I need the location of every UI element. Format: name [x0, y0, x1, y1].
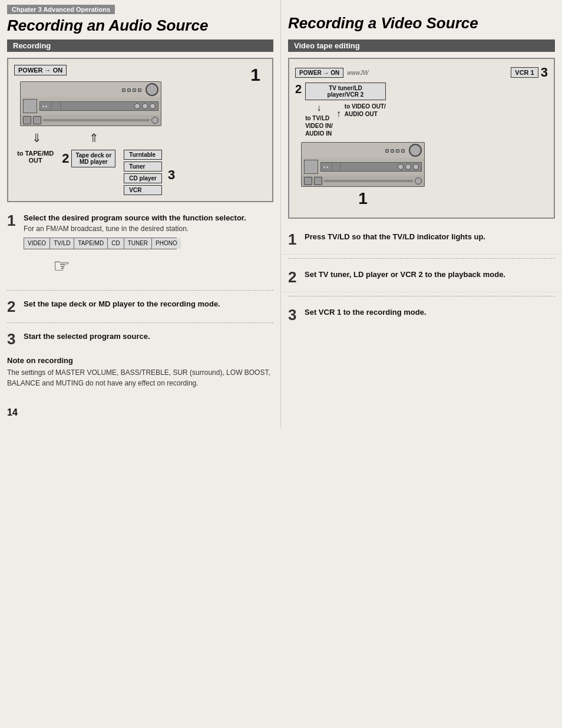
left-content: Recording 1 POWER → ON: [0, 39, 281, 427]
step1-num: 1: [7, 213, 19, 228]
right-divider2: [288, 296, 555, 297]
up-arrow2-icon: ↑: [336, 108, 341, 119]
right-step2-bold: Set TV tuner, LD player or VCR 2 to the …: [305, 270, 505, 279]
step1-label: 1: [250, 65, 260, 85]
step2-num: 2: [7, 299, 19, 314]
right-divider1: [288, 258, 555, 259]
btn-phono[interactable]: PHONO: [152, 238, 181, 249]
right-step2-num: 2: [288, 269, 300, 285]
btn-tuner[interactable]: TUNER: [124, 238, 152, 249]
right-step1-bottom: 1: [358, 189, 368, 207]
right-diagram-inner: POWER → ON wwwJW VCR 1 3 2: [295, 65, 548, 208]
note-section: Note on recording The settings of MASTER…: [0, 351, 280, 398]
right-title: Recording a Video Source: [281, 12, 562, 37]
left-step-2: 2 Set the tape deck or MD player to the …: [0, 294, 280, 319]
note-title: Note on recording: [7, 356, 273, 365]
right-step3-text: Set VCR 1 to the recording mode.: [305, 307, 427, 318]
btn-tvld[interactable]: TV/LD: [50, 238, 74, 249]
left-diagram-box: 1 POWER → ON: [7, 58, 273, 202]
step2-bold: Set the tape deck or MD player to the re…: [24, 299, 220, 308]
btn-tapemd[interactable]: TAPE/MD: [74, 238, 108, 249]
step1-sub: For an FM/AM broadcast, tune in the desi…: [24, 225, 189, 233]
divider1: [7, 290, 273, 291]
up-arrow-icon: ⇑: [89, 131, 99, 145]
right-step-1: 1 Press TV/LD so that the TV/LD indicato…: [288, 228, 555, 251]
right-step1-bold: Press TV/LD so that the TV/LD indicator …: [305, 232, 485, 241]
down-arrow2-icon: ↓: [316, 103, 321, 113]
step3-bold: Start the selected program source.: [24, 332, 150, 341]
left-section-bar: Recording: [7, 39, 273, 52]
right-step-2: 2 Set TV tuner, LD player or VCR 2 to th…: [288, 266, 555, 288]
btn-cd[interactable]: CD: [108, 238, 124, 249]
turntable-box: Turntable: [124, 150, 162, 160]
wave-symbol: wwwJW: [347, 70, 368, 76]
tape-md-label: to TAPE/MDOUT: [17, 150, 54, 164]
header-columns: Chpater 3 Advanced Operations Recording …: [0, 0, 562, 39]
right-column: Recording a Video Source: [281, 0, 562, 39]
power-on-label: POWER → ON: [14, 65, 67, 75]
cd-box: CD player: [124, 173, 162, 183]
step1-text: Select the desired program source with t…: [24, 213, 246, 282]
right-diagram-box: POWER → ON wwwJW VCR 1 3 2: [288, 58, 555, 219]
right-step3-bold: Set VCR 1 to the recording mode.: [305, 308, 427, 317]
right-power-label: POWER → ON: [295, 68, 343, 78]
note-text: The settings of MASTER VOLUME, BASS/TREB…: [7, 367, 273, 388]
to-video-label: to VIDEO OUT/AUDIO OUT: [345, 103, 386, 118]
main-columns: Recording 1 POWER → ON: [0, 39, 562, 427]
chapter-label: Chpater 3 Advanced Operations: [7, 5, 115, 14]
right-step1-text: Press TV/LD so that the TV/LD indicator …: [305, 232, 485, 242]
left-step-3: 3 Start the selected program source.: [0, 327, 280, 351]
left-step-1: 1 Select the desired program source with…: [0, 208, 280, 286]
right-content: Video tape editing POWER → ON wwwJW: [281, 39, 562, 427]
tuner-box: Tuner: [124, 162, 162, 172]
hand-pointer-icon: ☞: [53, 253, 246, 279]
vcr1-box: VCR 1: [511, 67, 538, 78]
right-step-2-block: 2 Set TV tuner, LD player or VCR 2 to th…: [281, 262, 562, 292]
down-arrow-icon: ⇓: [32, 131, 42, 145]
left-column: Chpater 3 Advanced Operations Recording …: [0, 0, 281, 39]
selector-bar: VIDEO TV/LD TAPE/MD CD TUNER PHONO: [24, 238, 177, 249]
tv-ld-box: TV tuner/LDplayer/VCR 2: [305, 83, 386, 100]
right-step1-num: 1: [288, 232, 300, 247]
step3-diagram-label: 3: [168, 167, 175, 183]
tape-deck-box: Tape deck orMD player: [71, 150, 115, 167]
page-number: 14: [0, 398, 280, 427]
step2-text: Set the tape deck or MD player to the re…: [24, 299, 220, 309]
right-section-bar: Video tape editing: [288, 39, 555, 52]
divider2: [7, 322, 273, 323]
left-title: Recording an Audio Source: [0, 14, 280, 39]
right-step3-num-text: 3: [288, 307, 300, 322]
page-container: Chpater 3 Advanced Operations Recording …: [0, 0, 562, 728]
step1-bold: Select the desired program source with t…: [24, 213, 246, 222]
right-step-3: 3 Set VCR 1 to the recording mode.: [288, 304, 555, 326]
right-step-1-block: 1 Press TV/LD so that the TV/LD indicato…: [281, 225, 562, 255]
right-step2-badge: 2: [295, 83, 302, 96]
btn-video[interactable]: VIDEO: [24, 238, 50, 249]
step2-label: 2: [62, 151, 69, 166]
right-step2-text: Set TV tuner, LD player or VCR 2 to the …: [305, 269, 505, 280]
vcr-box: VCR: [124, 185, 162, 195]
step3-num: 3: [7, 331, 19, 347]
right-step-3-block: 3 Set VCR 1 to the recording mode.: [281, 300, 562, 330]
step3-text: Start the selected program source.: [24, 331, 150, 342]
right-step3-num: 3: [541, 65, 548, 80]
to-tv-label: to TV/LDVIDEO IN/AUDIO IN: [305, 114, 333, 137]
